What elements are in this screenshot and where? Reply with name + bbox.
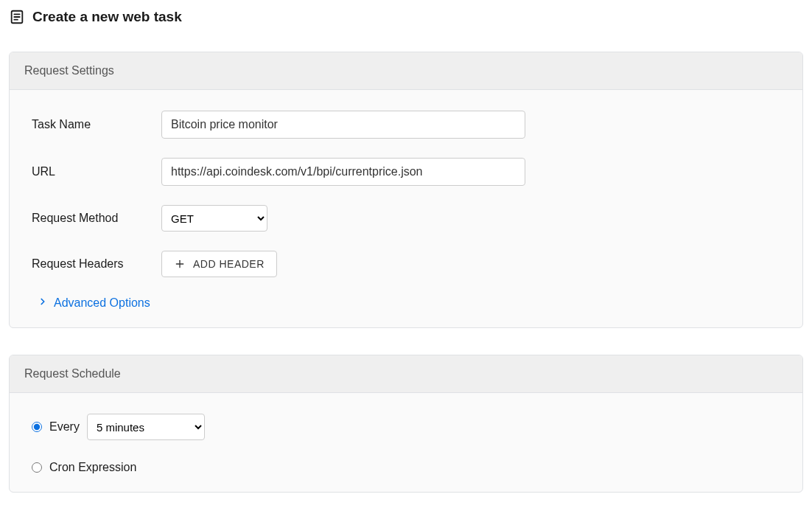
advanced-options-link: Advanced Options	[54, 296, 150, 310]
schedule-cron-row: Cron Expression	[32, 461, 780, 474]
request-settings-card: Request Settings Task Name URL Request M…	[9, 52, 803, 328]
url-row: URL	[32, 158, 780, 186]
advanced-options-toggle[interactable]: Advanced Options	[32, 296, 780, 310]
request-schedule-card: Request Schedule Every 5 minutes Cron Ex…	[9, 355, 803, 493]
request-schedule-body: Every 5 minutes Cron Expression	[10, 393, 802, 492]
document-icon	[9, 9, 25, 25]
task-name-row: Task Name	[32, 111, 780, 139]
request-settings-header: Request Settings	[10, 52, 802, 90]
schedule-every-row: Every 5 minutes	[32, 414, 780, 440]
chevron-right-icon	[38, 296, 48, 310]
method-row: Request Method GET	[32, 205, 780, 232]
url-input[interactable]	[161, 158, 525, 186]
plus-icon	[174, 258, 186, 270]
add-header-label: ADD HEADER	[193, 258, 265, 270]
url-label: URL	[32, 165, 161, 178]
schedule-every-radio[interactable]	[32, 422, 42, 432]
schedule-cron-radio[interactable]	[32, 462, 42, 473]
request-schedule-header: Request Schedule	[10, 355, 802, 393]
schedule-every-label: Every	[49, 420, 80, 434]
request-settings-body: Task Name URL Request Method GET Request…	[10, 90, 802, 327]
headers-row: Request Headers ADD HEADER	[32, 251, 780, 277]
method-select[interactable]: GET	[161, 205, 267, 232]
page-header: Create a new web task	[9, 9, 803, 25]
method-label: Request Method	[32, 212, 161, 225]
task-name-input[interactable]	[161, 111, 525, 139]
schedule-cron-label: Cron Expression	[49, 461, 136, 474]
schedule-interval-select[interactable]: 5 minutes	[87, 414, 205, 440]
task-name-label: Task Name	[32, 118, 161, 131]
headers-label: Request Headers	[32, 257, 161, 271]
page-title: Create a new web task	[32, 9, 182, 25]
add-header-button[interactable]: ADD HEADER	[161, 251, 277, 277]
